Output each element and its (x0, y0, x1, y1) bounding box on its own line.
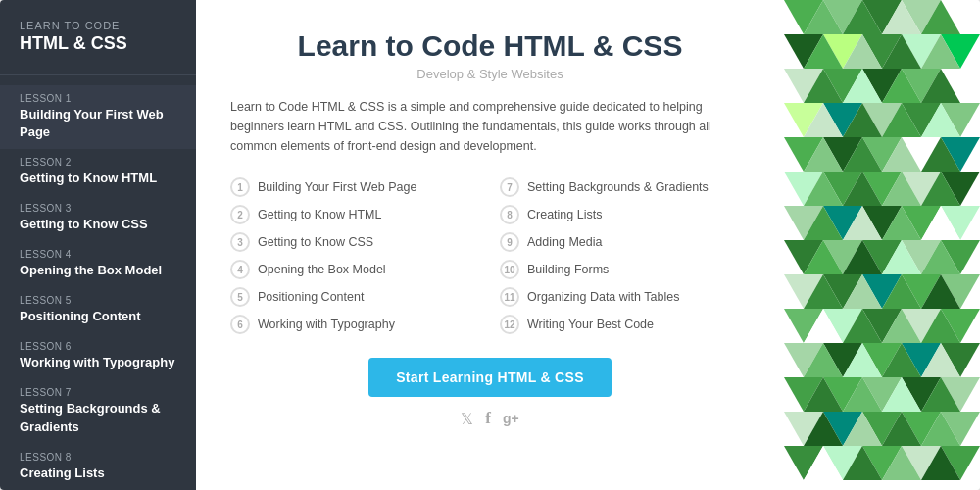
lesson-badge: 4 (230, 260, 250, 279)
list-item: 6 Working with Typography (230, 311, 480, 338)
list-item: 7 Setting Backgrounds & Gradients (500, 173, 750, 201)
lesson-number-3: Lesson 3 (20, 203, 176, 214)
lesson-list-title: Building Forms (527, 263, 609, 276)
start-learning-button[interactable]: Start Learning HTML & CSS (368, 358, 612, 397)
twitter-icon[interactable]: 𝕏 (461, 410, 473, 428)
lesson-number-4: Lesson 4 (20, 249, 176, 260)
list-item: 3 Getting to Know CSS (230, 228, 480, 256)
lesson-number-8: Lesson 8 (20, 452, 176, 463)
lesson-number-6: Lesson 6 (20, 341, 176, 352)
lesson-list-title: Adding Media (527, 235, 602, 249)
lesson-number-1: Lesson 1 (20, 93, 176, 104)
lessons-col2: 7 Setting Backgrounds & Gradients 8 Crea… (500, 173, 750, 338)
sidebar-lesson-2[interactable]: Lesson 2 Getting to Know HTML (0, 149, 196, 195)
lesson-badge: 9 (500, 232, 519, 252)
main-subtitle: Develop & Style Websites (230, 67, 750, 81)
lesson-list-title: Writing Your Best Code (527, 318, 654, 331)
sidebar-lesson-5[interactable]: Lesson 5 Positioning Content (0, 287, 196, 333)
lesson-list-title: Working with Typography (258, 318, 395, 331)
social-icons: 𝕏 f g+ (461, 409, 518, 428)
sidebar-learn-label: Learn to Code (20, 20, 176, 31)
lesson-badge: 10 (500, 260, 519, 279)
page-wrapper: Learn to Code HTML & CSS Lesson 1 Buildi… (0, 0, 980, 490)
sidebar-title: HTML & CSS (20, 33, 127, 53)
lesson-badge: 3 (230, 232, 250, 252)
lesson-list-title: Creating Lists (527, 208, 602, 221)
lesson-badge: 5 (230, 287, 250, 307)
list-item: 5 Positioning Content (230, 283, 480, 311)
lessons-col1: 1 Building Your First Web Page 2 Getting… (230, 173, 480, 338)
sidebar-lesson-4[interactable]: Lesson 4 Opening the Box Model (0, 241, 196, 287)
lesson-title-5: Positioning Content (20, 309, 140, 323)
sidebar-lesson-8[interactable]: Lesson 8 Creating Lists (0, 444, 196, 490)
list-item: 1 Building Your First Web Page (230, 173, 480, 201)
lesson-list-title: Building Your First Web Page (258, 180, 416, 194)
lesson-list-title: Getting to Know CSS (258, 235, 373, 249)
list-item: 9 Adding Media (500, 228, 750, 256)
lesson-badge: 8 (500, 205, 519, 224)
main-content: Learn to Code HTML & CSS Develop & Style… (196, 0, 784, 490)
lesson-list-title: Organizing Data with Tables (527, 290, 679, 304)
lesson-list-title: Opening the Box Model (258, 263, 386, 276)
sidebar-lessons-list: Lesson 1 Building Your First Web Page Le… (0, 85, 196, 490)
sidebar: Learn to Code HTML & CSS Lesson 1 Buildi… (0, 0, 196, 490)
triangles-svg (784, 0, 980, 490)
facebook-icon[interactable]: f (485, 409, 491, 428)
sidebar-lesson-6[interactable]: Lesson 6 Working with Typography (0, 333, 196, 379)
list-item: 2 Getting to Know HTML (230, 201, 480, 228)
lesson-list-title: Setting Backgrounds & Gradients (527, 180, 709, 194)
lesson-title-2: Getting to Know HTML (20, 171, 157, 185)
lesson-badge: 6 (230, 315, 250, 334)
googleplus-icon[interactable]: g+ (503, 411, 519, 426)
list-item: 4 Opening the Box Model (230, 256, 480, 283)
list-item: 8 Creating Lists (500, 201, 750, 228)
sidebar-lesson-1[interactable]: Lesson 1 Building Your First Web Page (0, 85, 196, 150)
lesson-number-7: Lesson 7 (20, 387, 176, 398)
lesson-badge: 12 (500, 315, 519, 334)
lesson-list-title: Getting to Know HTML (258, 208, 381, 221)
list-item: 12 Writing Your Best Code (500, 311, 750, 338)
lesson-title-6: Working with Typography (20, 355, 174, 369)
list-item: 10 Building Forms (500, 256, 750, 283)
lesson-title-7: Setting Backgrounds & Gradients (20, 401, 161, 434)
lesson-number-5: Lesson 5 (20, 295, 176, 306)
lesson-badge: 7 (500, 177, 519, 197)
sidebar-brand: Learn to Code HTML & CSS (0, 20, 196, 75)
sidebar-lesson-7[interactable]: Lesson 7 Setting Backgrounds & Gradients (0, 379, 196, 444)
main-description: Learn to Code HTML & CSS is a simple and… (230, 97, 750, 156)
lesson-title-4: Opening the Box Model (20, 263, 162, 277)
lesson-title-3: Getting to Know CSS (20, 217, 148, 231)
list-item: 11 Organizing Data with Tables (500, 283, 750, 311)
lesson-badge: 1 (230, 177, 250, 197)
lesson-badge: 11 (500, 287, 519, 307)
lesson-badge: 2 (230, 205, 250, 224)
lesson-title-8: Creating Lists (20, 466, 105, 480)
decoration-panel (784, 0, 980, 490)
lessons-grid: 1 Building Your First Web Page 2 Getting… (230, 173, 750, 338)
main-title: Learn to Code HTML & CSS (230, 29, 750, 63)
sidebar-lesson-3[interactable]: Lesson 3 Getting to Know CSS (0, 195, 196, 241)
cta-section: Start Learning HTML & CSS 𝕏 f g+ (230, 358, 750, 428)
lesson-title-1: Building Your First Web Page (20, 107, 164, 140)
lesson-number-2: Lesson 2 (20, 157, 176, 168)
lesson-list-title: Positioning Content (258, 290, 364, 304)
